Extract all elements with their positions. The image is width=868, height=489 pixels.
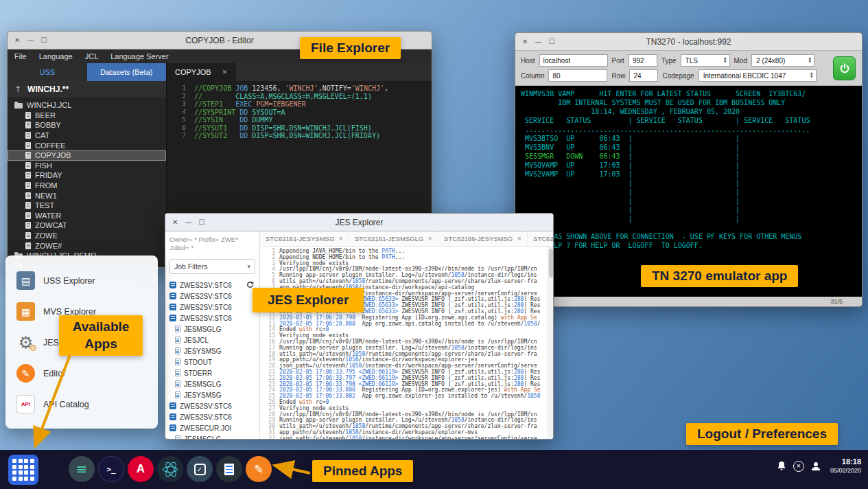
jes-job-row[interactable]: ZWES2SV:STC6 xyxy=(169,291,255,302)
spool-tab-label: STC62166-JESYSMSG xyxy=(444,235,513,242)
code-line: 3 //STEP1 EXEC PGM=IEBGENER xyxy=(167,100,432,109)
tree-item-label: TEST xyxy=(35,201,54,209)
terminal-line: ........................................… xyxy=(521,125,856,134)
tree-item[interactable]: COFFEE xyxy=(8,140,166,150)
jes-job-row[interactable]: JESYSMSG xyxy=(169,389,255,400)
type-select[interactable]: TLS xyxy=(681,54,730,67)
maximize-icon[interactable]: ☐ xyxy=(198,219,204,226)
tree-item[interactable]: NEW1 xyxy=(8,190,166,201)
power-icon xyxy=(839,63,850,74)
close-all-icon[interactable] xyxy=(793,461,804,472)
up-arrow-icon[interactable]: ↑ xyxy=(14,84,21,94)
job-label: ZWES2SV:STC6 xyxy=(180,413,232,421)
row-input[interactable]: 24 xyxy=(629,69,658,82)
tree-item[interactable]: FROM xyxy=(8,181,166,191)
tree-item[interactable]: BOBBY xyxy=(8,120,166,130)
jes-job-row[interactable]: ZWES2SV:STC6 xyxy=(169,302,255,312)
dataset-path-row[interactable]: ↑ WINCHJ.** xyxy=(8,81,166,98)
scrollbar-thumb[interactable] xyxy=(549,249,553,277)
jes-job-row[interactable]: JESMSGLG xyxy=(169,323,255,334)
spool-tab[interactable]: STC62161-JESYSMSG xyxy=(260,231,349,246)
app-menu-item-uss-explorer[interactable]: USS Explorer xyxy=(16,265,158,296)
tree-item[interactable]: FRIDAY xyxy=(8,170,166,181)
jes-job-row[interactable]: STDOUT xyxy=(169,356,255,367)
jes-job-row[interactable]: STDERR xyxy=(169,367,255,378)
menu-item[interactable]: JCL xyxy=(85,52,99,60)
menu-item[interactable]: Language xyxy=(39,52,73,60)
mod-label: Mod xyxy=(734,57,747,65)
dock-icon-editor[interactable] xyxy=(246,456,272,482)
host-input[interactable]: localhost xyxy=(539,54,608,67)
port-input[interactable]: 992 xyxy=(629,54,657,67)
dock-icon-tn3270[interactable] xyxy=(69,456,95,482)
close-icon[interactable] xyxy=(427,236,432,242)
close-icon[interactable]: ✕ xyxy=(14,37,20,44)
start-menu-button[interactable] xyxy=(8,455,38,485)
panel-tab[interactable]: USS xyxy=(8,63,87,81)
jes-job-row[interactable]: JESMSGLG xyxy=(169,378,255,389)
spool-log[interactable]: 1 Appending JAVA_HOME/bin to the PATH...… xyxy=(260,247,553,439)
scrollbar[interactable] xyxy=(548,247,553,439)
jes-job-row[interactable]: ZWESECUR:JOI xyxy=(169,422,255,433)
tree-item[interactable]: COPYJOB xyxy=(8,150,166,161)
spool-tab[interactable]: STC62166-JESM xyxy=(528,231,553,246)
codepage-value: International EBCDIC 1047 xyxy=(703,72,786,80)
codepage-select[interactable]: International EBCDIC 1047 xyxy=(699,69,817,82)
close-icon[interactable]: ✕ xyxy=(522,38,528,45)
window-title: JES Explorer xyxy=(165,218,553,227)
notifications-bell-icon[interactable] xyxy=(776,461,787,472)
code-editor[interactable]: 1 //COPYJOB JOB 123456, 'WINCHJ',NOTIFY=… xyxy=(167,81,432,140)
jes-job-row[interactable]: ZWES2SV:STC6 xyxy=(169,411,255,422)
spool-tab[interactable]: STC62161-JESMSGLG xyxy=(349,231,438,246)
dock-icon-mvs-explorer[interactable] xyxy=(187,456,213,482)
editor-tab-copyjob[interactable]: COPYJOB xyxy=(167,63,236,81)
tree-item-label: BOBBY xyxy=(35,121,61,129)
maximize-icon[interactable]: ☐ xyxy=(40,37,47,44)
tree-item[interactable]: ZOWCAT xyxy=(8,220,166,231)
select-arrows-icon xyxy=(724,57,727,63)
close-icon[interactable]: ✕ xyxy=(172,219,178,226)
line-number: 4 xyxy=(167,109,186,117)
dock-icon-jes-explorer[interactable] xyxy=(157,456,183,482)
dock-icon-uss-explorer[interactable] xyxy=(216,456,242,482)
mod-select[interactable]: 2 (24x80) xyxy=(751,54,814,67)
app-menu-item-editor[interactable]: Editor xyxy=(16,358,158,389)
job-label: STDOUT xyxy=(184,359,212,366)
jes-job-row[interactable]: JESYSMSG xyxy=(169,345,255,356)
clock[interactable]: 18:18 05/02/2020 xyxy=(830,457,861,475)
tree-item[interactable]: WINCHJ.JCL xyxy=(8,100,166,111)
jes-job-row[interactable]: ZWES2SV:STC6 xyxy=(169,280,255,291)
jes-job-row[interactable]: JESMSGLG xyxy=(169,433,255,439)
menu-item[interactable]: File xyxy=(14,52,27,60)
job-filters-dropdown[interactable]: Job Filters xyxy=(169,259,255,274)
job-label: ZWES2SV:STC6 xyxy=(180,402,232,410)
app-menu-item-api-catalog[interactable]: API Catalog xyxy=(16,389,158,420)
tree-item[interactable]: ZOWE# xyxy=(8,240,166,251)
maximize-icon[interactable]: ☐ xyxy=(548,38,554,45)
dock-icon-api-catalog[interactable] xyxy=(128,456,154,482)
tree-item[interactable]: WATER xyxy=(8,211,166,221)
tree-item[interactable]: FISH xyxy=(8,161,166,171)
minimize-icon[interactable]: — xyxy=(535,38,541,45)
user-icon[interactable] xyxy=(810,461,821,472)
job-label: JESJCL xyxy=(184,337,209,344)
panel-tab[interactable]: Datasets (Beta) xyxy=(87,63,167,81)
close-icon[interactable] xyxy=(338,236,343,242)
tree-item[interactable]: TEST xyxy=(8,201,166,211)
job-label: JESMSGLG xyxy=(184,380,221,388)
spool-tab[interactable]: STC62166-JESYSMSG xyxy=(438,231,528,246)
dock-icon-vt-terminal[interactable] xyxy=(98,456,124,482)
minimize-icon[interactable]: — xyxy=(27,37,34,44)
close-icon[interactable] xyxy=(517,236,521,242)
jes-job-row[interactable]: ZWES2SV:STC6 xyxy=(169,400,255,411)
tree-item[interactable]: BEER xyxy=(8,111,166,121)
connect-power-button[interactable] xyxy=(833,56,856,80)
jes-job-row[interactable]: ZWES2SV:STC6 xyxy=(169,312,255,323)
jes-job-row[interactable]: JESJCL xyxy=(169,334,255,345)
minimize-icon[interactable]: — xyxy=(185,219,191,226)
tree-item[interactable]: CAT xyxy=(8,130,166,141)
menu-item[interactable]: Language Server xyxy=(110,52,168,60)
column-input[interactable]: 80 xyxy=(548,69,607,82)
close-icon[interactable] xyxy=(222,69,228,76)
tree-item[interactable]: ZOWE xyxy=(8,231,166,241)
